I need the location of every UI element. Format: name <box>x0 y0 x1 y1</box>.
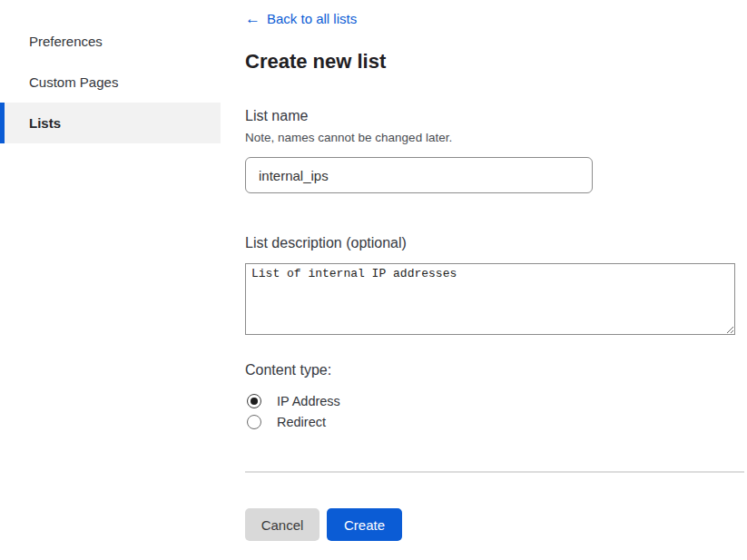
redirect-radio[interactable] <box>247 415 261 429</box>
sidebar-item-label: Lists <box>29 115 61 131</box>
cancel-button[interactable]: Cancel <box>245 508 319 541</box>
back-arrow-icon: ← <box>245 11 260 26</box>
content-type-label: Content type: <box>245 362 331 378</box>
create-list-panel: ← Back to all lists Create new list List… <box>245 0 747 560</box>
radio-option-label: IP Address <box>277 394 340 408</box>
settings-sidebar: Preferences Custom Pages Lists <box>0 21 221 143</box>
ip-address-radio[interactable] <box>247 394 261 408</box>
list-name-label: List name <box>245 108 308 124</box>
list-description-textarea[interactable]: List of internal IP addresses <box>245 263 735 335</box>
content-type-option-redirect[interactable]: Redirect <box>247 411 340 432</box>
sidebar-item-label: Preferences <box>29 34 103 49</box>
section-divider <box>245 471 744 473</box>
sidebar-item-lists[interactable]: Lists <box>0 103 221 143</box>
list-name-input[interactable] <box>245 157 593 193</box>
content-type-option-ip-address[interactable]: IP Address <box>247 390 340 411</box>
create-button[interactable]: Create <box>327 508 402 541</box>
page-title: Create new list <box>245 50 386 74</box>
list-name-note: Note, names cannot be changed later. <box>245 131 452 144</box>
list-description-label: List description (optional) <box>245 235 407 251</box>
sidebar-item-preferences[interactable]: Preferences <box>0 21 221 62</box>
sidebar-item-label: Custom Pages <box>29 74 118 90</box>
content-type-radio-group: IP Address Redirect <box>247 390 340 432</box>
sidebar-item-custom-pages[interactable]: Custom Pages <box>0 62 221 103</box>
back-to-all-lists-link[interactable]: ← Back to all lists <box>245 11 357 26</box>
back-link-label: Back to all lists <box>267 11 357 26</box>
radio-option-label: Redirect <box>277 415 326 429</box>
